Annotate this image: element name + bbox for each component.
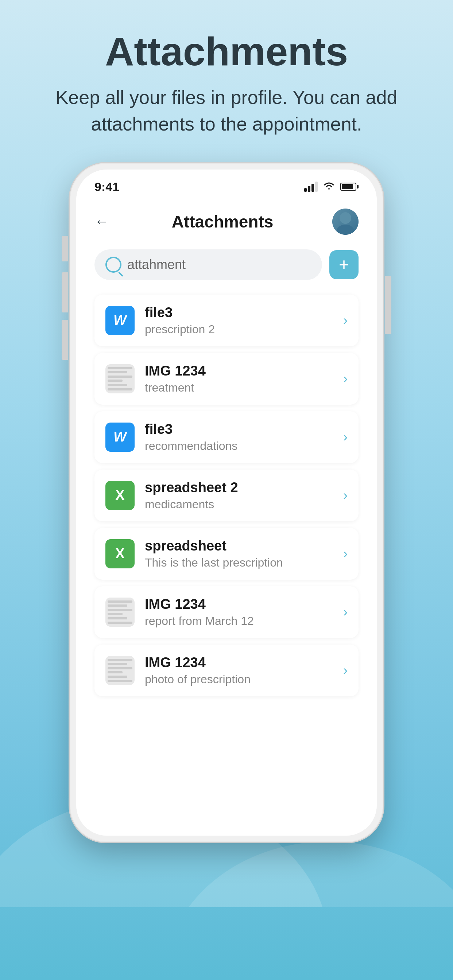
nav-bar: ← Attachments	[76, 197, 377, 242]
phone-button-power	[385, 276, 391, 334]
file-info: IMG 1234 treatment	[145, 363, 340, 395]
status-icons	[304, 181, 359, 193]
chevron-right-icon: ›	[343, 371, 348, 387]
file-description: medicaments	[145, 498, 340, 511]
file-name: spreadsheet	[145, 538, 340, 554]
chevron-right-icon: ›	[343, 488, 348, 503]
list-item[interactable]: X spreadsheet This is the last prescript…	[94, 528, 359, 580]
file-icon-image	[105, 598, 135, 627]
search-input[interactable]: attahment	[127, 257, 186, 272]
back-button[interactable]: ←	[94, 213, 113, 230]
file-description: treatment	[145, 381, 340, 395]
file-name: file3	[145, 305, 340, 320]
file-name: IMG 1234	[145, 363, 340, 379]
page-header: Attachments Keep all your files in profi…	[0, 0, 453, 152]
file-list: W file3 prescription 2 ›	[76, 291, 377, 706]
file-name: spreadsheet 2	[145, 480, 340, 495]
file-description: recommendations	[145, 439, 340, 453]
avatar-image	[332, 208, 359, 235]
file-info: IMG 1234 report from March 12	[145, 597, 340, 628]
chevron-right-icon: ›	[343, 313, 348, 328]
avatar[interactable]	[332, 208, 359, 235]
list-item[interactable]: W file3 recommendations ›	[94, 411, 359, 463]
screen-title: Attachments	[172, 212, 274, 232]
file-icon-word: W	[105, 306, 135, 335]
chevron-right-icon: ›	[343, 663, 348, 678]
search-icon	[105, 257, 121, 273]
list-item[interactable]: X spreadsheet 2 medicaments ›	[94, 469, 359, 521]
file-icon-image	[105, 656, 135, 685]
status-bar: 9:41	[76, 170, 377, 197]
list-item[interactable]: IMG 1234 report from March 12 ›	[94, 586, 359, 638]
file-description: photo of prescription	[145, 673, 340, 686]
chevron-right-icon: ›	[343, 605, 348, 620]
plus-icon: +	[339, 256, 349, 274]
phone-button-vol-up	[62, 272, 68, 312]
file-info: spreadsheet This is the last prescriptio…	[145, 538, 340, 570]
chevron-right-icon: ›	[343, 546, 348, 562]
file-icon-excel: X	[105, 539, 135, 568]
phone-button-mute	[62, 236, 68, 261]
file-icon-word: W	[105, 423, 135, 452]
file-name: IMG 1234	[145, 597, 340, 612]
page-subtitle: Keep all your files in profile. You can …	[29, 84, 424, 137]
file-name: IMG 1234	[145, 655, 340, 670]
app-screen: ← Attachments	[76, 197, 377, 835]
status-time: 9:41	[94, 180, 119, 194]
signal-bar-2	[308, 186, 310, 192]
signal-bar-1	[304, 188, 307, 192]
file-icon-image	[105, 364, 135, 393]
battery-icon	[340, 183, 359, 191]
phone-mockup: 9:41	[70, 163, 383, 842]
file-description: This is the last prescription	[145, 556, 340, 570]
file-name: file3	[145, 422, 340, 437]
chevron-right-icon: ›	[343, 430, 348, 445]
signal-icon	[304, 181, 318, 192]
file-description: prescription 2	[145, 323, 340, 336]
add-button[interactable]: +	[329, 250, 359, 279]
file-info: file3 recommendations	[145, 422, 340, 453]
list-item[interactable]: W file3 prescription 2 ›	[94, 294, 359, 346]
list-item[interactable]: IMG 1234 photo of prescription ›	[94, 644, 359, 696]
svg-point-3	[337, 224, 354, 235]
wifi-icon	[323, 181, 335, 193]
file-icon-excel: X	[105, 481, 135, 510]
back-arrow-icon: ←	[94, 213, 109, 230]
page-title: Attachments	[29, 29, 424, 73]
file-info: spreadsheet 2 medicaments	[145, 480, 340, 511]
signal-bar-4	[315, 181, 318, 192]
file-description: report from March 12	[145, 614, 340, 628]
phone-button-vol-down	[62, 320, 68, 360]
file-info: file3 prescription 2	[145, 305, 340, 336]
search-area: attahment +	[76, 242, 377, 291]
list-item[interactable]: IMG 1234 treatment ›	[94, 353, 359, 405]
file-info: IMG 1234 photo of prescription	[145, 655, 340, 686]
signal-bar-3	[311, 184, 314, 192]
search-box[interactable]: attahment	[94, 250, 322, 280]
svg-point-2	[340, 212, 351, 224]
